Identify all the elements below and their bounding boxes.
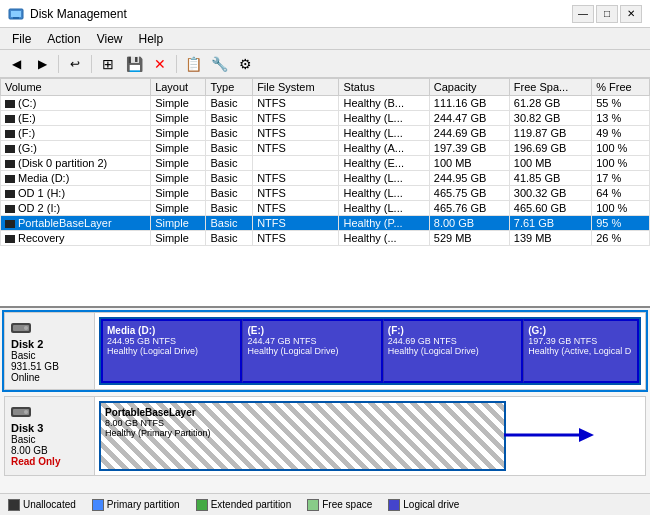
disk2-icon — [11, 319, 31, 335]
cell-capacity: 465.76 GB — [429, 201, 509, 216]
cell-volume: Recovery — [1, 231, 151, 246]
refresh-button[interactable]: ↩ — [63, 53, 87, 75]
table-row[interactable]: (F:)SimpleBasicNTFSHealthy (L...244.69 G… — [1, 126, 650, 141]
back-button[interactable]: ◀ — [4, 53, 28, 75]
cell-free: 139 MB — [509, 231, 591, 246]
table-row[interactable]: OD 2 (I:)SimpleBasicNTFSHealthy (L...465… — [1, 201, 650, 216]
table-row[interactable]: RecoverySimpleBasicNTFSHealthy (...529 M… — [1, 231, 650, 246]
cell-layout: Simple — [151, 111, 206, 126]
disk3-partition-portable[interactable]: PortableBaseLayer 8.00 GB NTFS Healthy (… — [99, 401, 506, 471]
maximize-button[interactable]: □ — [596, 5, 618, 23]
cell-pct: 13 % — [592, 111, 650, 126]
toolbar-btn-6[interactable]: ⚙ — [233, 53, 257, 75]
menu-action[interactable]: Action — [39, 30, 88, 48]
disk3-type: Basic — [11, 434, 88, 445]
cell-free: 7.61 GB — [509, 216, 591, 231]
toolbar-btn-2[interactable]: 💾 — [122, 53, 146, 75]
cell-type: Basic — [206, 216, 253, 231]
table-row[interactable]: OD 1 (H:)SimpleBasicNTFSHealthy (L...465… — [1, 186, 650, 201]
cell-status: Healthy (... — [339, 231, 429, 246]
cell-pct: 100 % — [592, 201, 650, 216]
cell-type: Basic — [206, 186, 253, 201]
toolbar-btn-1[interactable]: ⊞ — [96, 53, 120, 75]
disk2-partition-media[interactable]: Media (D:) 244.95 GB NTFS Healthy (Logic… — [101, 319, 242, 383]
cell-fs: NTFS — [253, 171, 339, 186]
cell-free: 465.60 GB — [509, 201, 591, 216]
legend-label-extended: Extended partition — [211, 499, 292, 510]
forward-button[interactable]: ▶ — [30, 53, 54, 75]
disk3-partitions: PortableBaseLayer 8.00 GB NTFS Healthy (… — [99, 401, 641, 471]
cell-status: Healthy (L... — [339, 186, 429, 201]
app-icon — [8, 6, 24, 22]
svg-marker-10 — [579, 428, 594, 442]
disk3-partition-content: PortableBaseLayer 8.00 GB NTFS Healthy (… — [101, 403, 504, 442]
cell-layout: Simple — [151, 126, 206, 141]
table-row[interactable]: (E:)SimpleBasicNTFSHealthy (L...244.47 G… — [1, 111, 650, 126]
col-filesystem: File System — [253, 79, 339, 96]
legend-box-primary — [92, 499, 104, 511]
legend-box-unallocated — [8, 499, 20, 511]
toolbar-btn-4[interactable]: 📋 — [181, 53, 205, 75]
svg-point-8 — [24, 410, 28, 414]
cell-volume: (F:) — [1, 126, 151, 141]
cell-pct: 100 % — [592, 141, 650, 156]
disk2-label: Disk 2 Basic 931.51 GB Online — [5, 313, 95, 389]
cell-volume: (G:) — [1, 141, 151, 156]
cell-type: Basic — [206, 126, 253, 141]
disk3-status: Read Only — [11, 456, 88, 467]
table-row[interactable]: (Disk 0 partition 2)SimpleBasicHealthy (… — [1, 156, 650, 171]
cell-layout: Simple — [151, 156, 206, 171]
toolbar-separator-1 — [58, 55, 59, 73]
disk2-partition-g[interactable]: (G:) 197.39 GB NTFS Healthy (Active, Log… — [523, 319, 639, 383]
table-row[interactable]: Media (D:)SimpleBasicNTFSHealthy (L...24… — [1, 171, 650, 186]
cell-status: Healthy (L... — [339, 171, 429, 186]
cell-status: Healthy (L... — [339, 111, 429, 126]
legend-box-free — [307, 499, 319, 511]
menu-help[interactable]: Help — [131, 30, 172, 48]
cell-free: 30.82 GB — [509, 111, 591, 126]
minimize-button[interactable]: — — [572, 5, 594, 23]
cell-capacity: 244.69 GB — [429, 126, 509, 141]
toolbar-btn-3[interactable]: ✕ — [148, 53, 172, 75]
disk2-partition-f[interactable]: (F:) 244.69 GB NTFS Healthy (Logical Dri… — [383, 319, 523, 383]
cell-fs: NTFS — [253, 111, 339, 126]
cell-volume: PortableBaseLayer — [1, 216, 151, 231]
cell-free: 119.87 GB — [509, 126, 591, 141]
disk3-size: 8.00 GB — [11, 445, 88, 456]
disk3-label: Disk 3 Basic 8.00 GB Read Only — [5, 397, 95, 475]
table-row[interactable]: (C:)SimpleBasicNTFSHealthy (B...111.16 G… — [1, 96, 650, 111]
cell-type: Basic — [206, 156, 253, 171]
disk2-row: Disk 2 Basic 931.51 GB Online Media (D:)… — [4, 312, 646, 390]
cell-type: Basic — [206, 111, 253, 126]
cell-pct: 100 % — [592, 156, 650, 171]
col-capacity: Capacity — [429, 79, 509, 96]
cell-capacity: 244.47 GB — [429, 111, 509, 126]
table-row[interactable]: PortableBaseLayerSimpleBasicNTFSHealthy … — [1, 216, 650, 231]
cell-fs: NTFS — [253, 186, 339, 201]
cell-fs — [253, 156, 339, 171]
cell-capacity: 244.95 GB — [429, 171, 509, 186]
cell-layout: Simple — [151, 186, 206, 201]
table-row[interactable]: (G:)SimpleBasicNTFSHealthy (A...197.39 G… — [1, 141, 650, 156]
toolbar-btn-5[interactable]: 🔧 — [207, 53, 231, 75]
table-body: (C:)SimpleBasicNTFSHealthy (B...111.16 G… — [1, 96, 650, 246]
cell-capacity: 100 MB — [429, 156, 509, 171]
disk2-type: Basic — [11, 350, 88, 361]
disk2-partition-e[interactable]: (E:) 244.47 GB NTFS Healthy (Logical Dri… — [242, 319, 382, 383]
cell-status: Healthy (P... — [339, 216, 429, 231]
cell-layout: Simple — [151, 201, 206, 216]
cell-capacity: 8.00 GB — [429, 216, 509, 231]
col-freespace: Free Spa... — [509, 79, 591, 96]
cell-status: Healthy (B... — [339, 96, 429, 111]
cell-volume: (C:) — [1, 96, 151, 111]
disk3-name: Disk 3 — [11, 422, 88, 434]
cell-fs: NTFS — [253, 126, 339, 141]
menu-view[interactable]: View — [89, 30, 131, 48]
menu-file[interactable]: File — [4, 30, 39, 48]
close-button[interactable]: ✕ — [620, 5, 642, 23]
cell-free: 196.69 GB — [509, 141, 591, 156]
toolbar: ◀ ▶ ↩ ⊞ 💾 ✕ 📋 🔧 ⚙ — [0, 50, 650, 78]
cell-capacity: 529 MB — [429, 231, 509, 246]
legend-label-primary: Primary partition — [107, 499, 180, 510]
legend-bar: Unallocated Primary partition Extended p… — [0, 493, 650, 515]
